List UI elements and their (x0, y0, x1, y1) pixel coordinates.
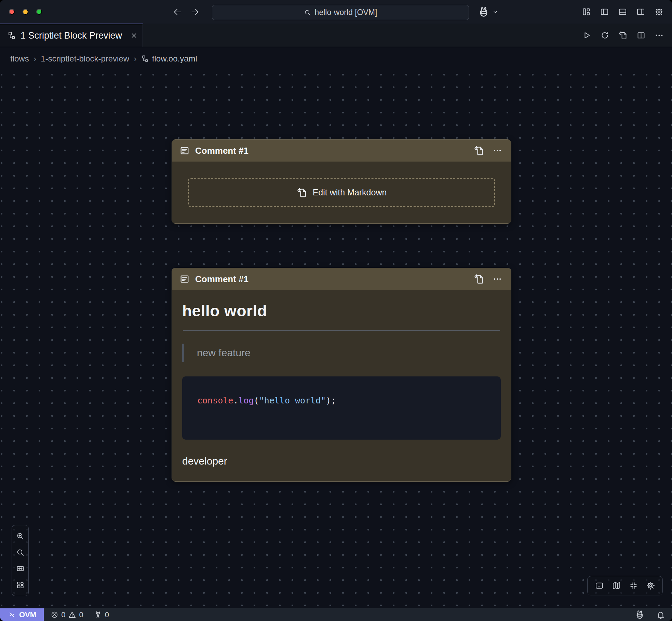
code-token-paren-open: ( (254, 396, 259, 405)
toggle-sidebar-right-button[interactable] (636, 7, 645, 17)
comment-node-1-header[interactable]: Comment #1 (172, 140, 511, 162)
tab-scriptlet-block-preview[interactable]: 1 Scriptlet Block Preview (0, 24, 143, 47)
zoom-window-button[interactable] (36, 9, 42, 15)
chevron-down-icon (492, 9, 498, 15)
forward-button[interactable] (190, 7, 200, 17)
edit-with-markdown-button[interactable]: Edit with Markdown (188, 178, 495, 207)
code-token-method: log (238, 396, 254, 405)
minimap-button[interactable] (612, 581, 621, 590)
canvas-settings-button[interactable] (646, 581, 655, 590)
fit-width-button[interactable] (16, 564, 25, 573)
zoom-out-button[interactable] (16, 548, 25, 557)
search-value: hello-world [OVM] (315, 8, 377, 17)
mascot-icon (478, 6, 489, 18)
collapse-view-button[interactable] (629, 581, 638, 590)
split-editor-icon (638, 32, 644, 38)
note-icon (179, 274, 190, 284)
tab-bar: 1 Scriptlet Block Preview (0, 24, 672, 47)
collapse-inward-icon (631, 583, 636, 589)
auto-layout-button[interactable] (16, 581, 25, 589)
titlebar: hello-world [OVM] (0, 0, 672, 24)
comment-node-2-header[interactable]: Comment #1 (172, 268, 511, 290)
rerun-button[interactable] (600, 31, 609, 40)
search-icon (304, 9, 311, 16)
minimize-window-button[interactable] (23, 9, 28, 15)
settings-button[interactable] (654, 7, 664, 17)
customize-layout-button[interactable] (582, 7, 591, 17)
markdown-blockquote: new feature (182, 344, 501, 362)
flow-icon (8, 31, 16, 40)
mascot-menu-button[interactable] (478, 6, 498, 18)
comment-node-1: Comment #1 Edit with Markdown (172, 139, 511, 224)
dashboard-icon (17, 582, 23, 588)
zoom-in-button[interactable] (16, 532, 25, 540)
traffic-lights (9, 9, 42, 15)
doc-arrow-icon (475, 275, 483, 283)
close-icon (132, 34, 136, 38)
console-icon (596, 583, 603, 589)
error-icon (51, 611, 58, 619)
doc-arrow-icon (296, 187, 307, 198)
open-markdown-button[interactable] (618, 31, 628, 40)
breadcrumb-item-folder[interactable]: 1-scriptlet-block-preview (41, 54, 129, 64)
zoom-controls (12, 525, 29, 596)
warning-icon (68, 611, 76, 619)
note-icon (179, 146, 190, 156)
edit-markdown-header-button[interactable] (473, 274, 484, 285)
breadcrumb-separator: › (33, 54, 37, 64)
play-icon (585, 32, 589, 38)
breadcrumb-item-file[interactable]: flow.oo.yaml (141, 54, 197, 64)
code-token-object: console (197, 396, 233, 405)
breadcrumb-item-flows[interactable]: flows (10, 54, 29, 64)
mascot-status-button[interactable] (635, 610, 645, 620)
run-button[interactable] (582, 31, 591, 40)
remote-indicator[interactable]: OVM (0, 608, 44, 621)
ports-indicator[interactable]: 0 (94, 610, 109, 619)
code-block: console.log("hello world"); (182, 376, 501, 440)
close-window-button[interactable] (9, 9, 15, 15)
code-token-dot: . (233, 396, 238, 405)
sidebar-left-icon (601, 9, 608, 15)
more-actions-button[interactable] (655, 31, 664, 40)
flow-canvas[interactable]: flows › 1-scriptlet-block-preview › flow… (0, 47, 672, 608)
mascot-icon (637, 611, 643, 618)
layout-icon (583, 9, 590, 15)
comment-node-1-body: Edit with Markdown (172, 162, 511, 223)
code-line: console.log("hello world"); (197, 396, 486, 405)
remote-label: OVM (19, 610, 36, 619)
status-bar: OVM 0 0 0 (0, 608, 672, 621)
doc-arrow-icon (620, 31, 626, 39)
map-icon (613, 582, 620, 589)
back-button[interactable] (173, 7, 182, 17)
comment-node-2: Comment #1 hello world new feature conso… (172, 268, 511, 482)
toggle-console-button[interactable] (595, 581, 604, 590)
tab-label: 1 Scriptlet Block Preview (21, 30, 122, 41)
ellipsis-icon (656, 34, 663, 36)
breadcrumb: flows › 1-scriptlet-block-preview › flow… (0, 47, 672, 66)
zoom-out-icon (17, 550, 23, 555)
gear-icon (655, 8, 663, 16)
ellipsis-icon (494, 278, 501, 280)
flow-icon (141, 55, 149, 63)
tab-close-button[interactable] (130, 32, 138, 39)
breadcrumb-separator: › (134, 54, 137, 64)
edit-markdown-header-button[interactable] (473, 145, 484, 156)
notifications-button[interactable] (656, 610, 665, 619)
card-more-button[interactable] (493, 146, 502, 155)
markdown-heading: hello world (182, 302, 501, 320)
rerun-icon (602, 32, 608, 38)
arrow-left-icon (174, 9, 180, 14)
doc-arrow-icon (475, 146, 483, 155)
split-editor-button[interactable] (636, 31, 646, 40)
port-count: 0 (105, 610, 109, 619)
sidebar-right-icon (637, 9, 644, 15)
warning-count: 0 (79, 610, 83, 619)
command-center-search[interactable]: hello-world [OVM] (212, 5, 469, 20)
panel-bottom-icon (619, 9, 626, 15)
card-title: Comment #1 (195, 146, 468, 156)
problems-indicator[interactable]: 0 0 (51, 610, 83, 619)
toggle-sidebar-left-button[interactable] (600, 7, 609, 17)
card-more-button[interactable] (493, 274, 502, 284)
toggle-panel-button[interactable] (618, 7, 627, 17)
bell-icon (658, 612, 663, 619)
